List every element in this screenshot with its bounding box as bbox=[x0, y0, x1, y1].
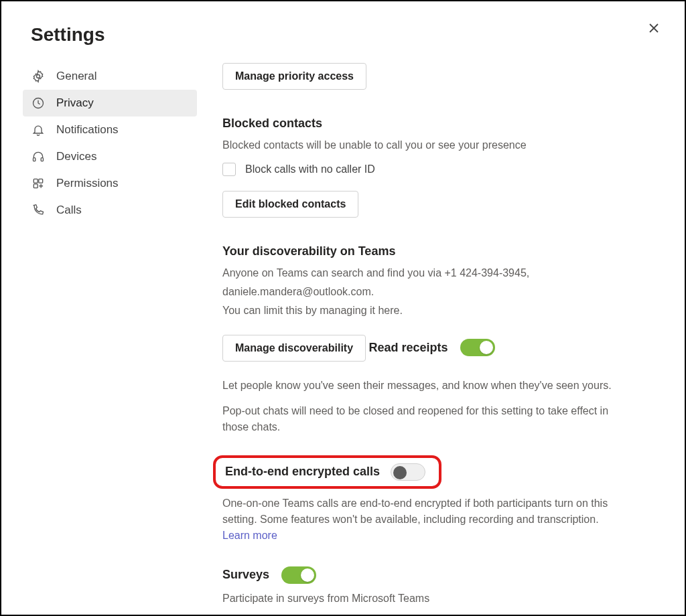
svg-point-2 bbox=[37, 75, 40, 78]
headset-icon bbox=[31, 149, 46, 164]
gear-icon bbox=[31, 69, 46, 84]
discoverability-title: Your discoverability on Teams bbox=[222, 244, 644, 258]
phone-icon bbox=[31, 203, 46, 218]
manage-priority-button[interactable]: Manage priority access bbox=[222, 63, 366, 90]
sidebar-item-label: Devices bbox=[56, 150, 96, 163]
page-title: Settings bbox=[31, 24, 685, 46]
settings-sidebar: General Privacy Notifications Devices bbox=[1, 63, 202, 224]
blocked-contacts-desc: Blocked contacts will be unable to call … bbox=[222, 137, 624, 153]
learn-more-link[interactable]: Learn more bbox=[222, 530, 277, 541]
surveys-toggle[interactable] bbox=[281, 566, 316, 584]
close-icon bbox=[648, 23, 659, 36]
permissions-icon bbox=[31, 176, 46, 191]
e2e-highlight: End-to-end encrypted calls bbox=[213, 455, 441, 489]
close-button[interactable] bbox=[644, 20, 663, 39]
sidebar-item-calls[interactable]: Calls bbox=[23, 197, 197, 224]
read-receipts-desc: Let people know you've seen their messag… bbox=[222, 378, 624, 394]
svg-rect-7 bbox=[39, 179, 43, 183]
surveys-title: Surveys bbox=[222, 568, 269, 582]
settings-content: Manage priority access Blocked contacts … bbox=[202, 63, 685, 616]
bell-icon bbox=[31, 123, 46, 137]
settings-window: Settings General Privacy Notification bbox=[0, 0, 686, 616]
e2e-title: End-to-end encrypted calls bbox=[225, 465, 380, 479]
svg-rect-6 bbox=[33, 179, 38, 183]
e2e-toggle[interactable] bbox=[391, 463, 425, 481]
sidebar-item-permissions[interactable]: Permissions bbox=[23, 170, 197, 197]
e2e-desc-text: One-on-one Teams calls are end-to-end en… bbox=[222, 497, 608, 525]
read-receipts-toggle[interactable] bbox=[460, 339, 495, 356]
block-no-caller-id-checkbox[interactable]: Block calls with no caller ID bbox=[222, 163, 644, 176]
sidebar-item-label: Calls bbox=[56, 204, 82, 217]
e2e-desc: One-on-one Teams calls are end-to-end en… bbox=[222, 495, 624, 544]
read-receipts-row: Read receipts bbox=[369, 339, 495, 356]
discoverability-line1: Anyone on Teams can search and find you … bbox=[222, 265, 624, 281]
read-receipts-title: Read receipts bbox=[369, 341, 448, 355]
sidebar-item-label: Permissions bbox=[56, 177, 119, 190]
sidebar-item-privacy[interactable]: Privacy bbox=[23, 90, 197, 117]
svg-rect-8 bbox=[33, 184, 38, 188]
surveys-desc: Participate in surveys from Microsoft Te… bbox=[222, 591, 624, 607]
blocked-contacts-title: Blocked contacts bbox=[222, 117, 644, 131]
sidebar-item-label: Privacy bbox=[56, 96, 94, 110]
sidebar-item-general[interactable]: General bbox=[23, 63, 197, 90]
discoverability-line2: daniele.mandera@outlook.com. bbox=[222, 284, 624, 300]
sidebar-item-notifications[interactable]: Notifications bbox=[23, 117, 197, 143]
svg-rect-4 bbox=[33, 158, 36, 161]
checkbox-box bbox=[222, 163, 236, 176]
sidebar-item-devices[interactable]: Devices bbox=[23, 143, 197, 170]
sidebar-item-label: Notifications bbox=[56, 123, 119, 137]
read-receipts-note: Pop-out chats will need to be closed and… bbox=[222, 403, 624, 435]
svg-rect-5 bbox=[41, 158, 43, 161]
discoverability-line3: You can limit this by managing it here. bbox=[222, 303, 624, 319]
surveys-row: Surveys bbox=[222, 566, 316, 584]
sidebar-item-label: General bbox=[56, 70, 96, 83]
checkbox-label: Block calls with no caller ID bbox=[245, 163, 375, 175]
manage-discoverability-button[interactable]: Manage discoverability bbox=[222, 335, 366, 362]
clock-icon bbox=[31, 96, 46, 110]
edit-blocked-contacts-button[interactable]: Edit blocked contacts bbox=[222, 191, 358, 218]
